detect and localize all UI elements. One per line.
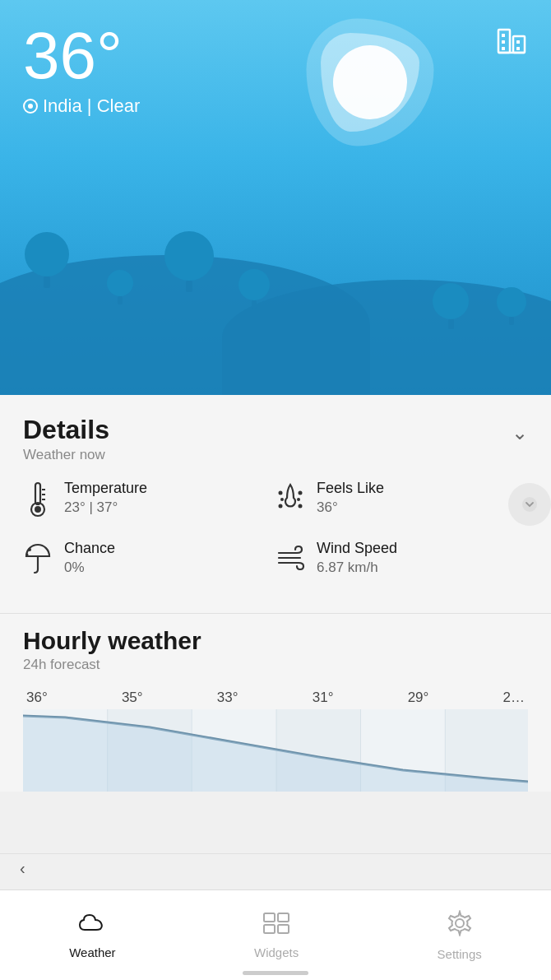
svg-point-18 <box>297 498 300 501</box>
svg-rect-5 <box>516 40 520 44</box>
hourly-temp-5: 2… <box>503 690 525 706</box>
hourly-section: Hourly weather 24h forecast 36° 35° 33° … <box>0 613 551 792</box>
widgets-icon <box>262 912 290 941</box>
temperature-value: 36° <box>23 23 140 89</box>
detail-temperature: Temperature 23° | 37° <box>23 480 276 523</box>
wind-detail-text: Wind Speed 6.87 km/h <box>317 540 397 576</box>
details-subtitle: Weather now <box>23 447 109 463</box>
hourly-temp-1: 35° <box>122 690 143 706</box>
svg-rect-35 <box>264 913 275 922</box>
weather-nav-label: Weather <box>69 945 115 959</box>
umbrella-icon <box>23 541 53 580</box>
hourly-chart <box>23 709 528 792</box>
location-text: India | Clear <box>43 95 140 117</box>
chevron-down-icon[interactable]: ⌄ <box>512 421 528 444</box>
svg-rect-8 <box>35 483 40 504</box>
svg-rect-7 <box>516 47 520 50</box>
tree-3 <box>164 231 214 292</box>
details-title: Details <box>23 415 109 445</box>
hourly-temp-2: 33° <box>217 690 238 706</box>
chance-label: Chance <box>64 540 115 557</box>
feels-like-value: 36° <box>317 499 384 516</box>
location-display: India | Clear <box>23 95 140 117</box>
tree-6 <box>497 287 526 325</box>
svg-rect-3 <box>502 34 505 37</box>
thermometer-icon <box>23 481 53 523</box>
details-header: Details Weather now ⌄ <box>23 415 528 463</box>
temperature-display: 36° India | Clear <box>23 23 140 117</box>
nav-back-area: ‹ <box>0 853 551 883</box>
hourly-temp-0: 36° <box>26 690 48 706</box>
tree-1 <box>25 232 69 288</box>
details-section: Details Weather now ⌄ Temperature 23° | … <box>0 395 551 613</box>
svg-rect-37 <box>264 925 275 933</box>
bottom-handle <box>243 971 308 975</box>
svg-point-17 <box>299 491 303 495</box>
hourly-temp-3: 31° <box>313 690 334 706</box>
bottom-nav: Weather Widgets Settings <box>0 889 551 980</box>
wind-label: Wind Speed <box>317 540 397 557</box>
tree-4 <box>238 269 270 309</box>
svg-point-10 <box>35 506 41 513</box>
svg-point-16 <box>279 504 283 509</box>
svg-point-24 <box>522 497 537 512</box>
svg-point-14 <box>279 491 283 495</box>
detail-feels-like: Feels Like 36° <box>276 480 528 523</box>
scroll-button[interactable] <box>508 483 551 526</box>
hills-decoration <box>0 230 551 395</box>
svg-rect-36 <box>278 913 289 922</box>
hourly-subtitle: 24h forecast <box>23 657 528 673</box>
building-icon <box>495 23 528 63</box>
cloud-icon <box>78 912 106 941</box>
nav-weather[interactable]: Weather <box>53 905 132 966</box>
nav-widgets[interactable]: Widgets <box>238 905 315 966</box>
temperature-detail-value: 23° | 37° <box>64 499 147 516</box>
nav-settings[interactable]: Settings <box>421 903 498 968</box>
chance-value: 0% <box>64 560 115 576</box>
svg-rect-6 <box>502 47 505 50</box>
svg-rect-38 <box>278 925 289 933</box>
svg-rect-4 <box>502 40 505 44</box>
svg-point-22 <box>26 554 29 556</box>
sun-icon <box>304 16 436 148</box>
wind-value: 6.87 km/h <box>317 560 397 576</box>
feels-like-detail-text: Feels Like 36° <box>317 480 384 516</box>
gear-icon <box>447 910 473 942</box>
hero-section: 36° India | Clear <box>0 0 551 395</box>
location-icon <box>23 99 38 114</box>
temperature-detail-text: Temperature 23° | 37° <box>64 480 147 516</box>
tree-2 <box>107 270 133 304</box>
details-title-group: Details Weather now <box>23 415 109 463</box>
detail-chance: Chance 0% <box>23 540 276 580</box>
svg-point-21 <box>28 548 31 551</box>
feels-like-label: Feels Like <box>317 480 384 497</box>
back-arrow-icon[interactable]: ‹ <box>20 859 25 878</box>
widgets-nav-label: Widgets <box>254 945 299 959</box>
details-grid: Temperature 23° | 37° Feels Like 36° <box>23 480 528 580</box>
hourly-temp-4: 29° <box>408 690 429 706</box>
detail-wind: Wind Speed 6.87 km/h <box>276 540 528 580</box>
feels-like-icon <box>276 481 305 523</box>
svg-point-39 <box>456 919 464 927</box>
temperature-label: Temperature <box>64 480 147 497</box>
chance-detail-text: Chance 0% <box>64 540 115 576</box>
tree-5 <box>433 283 469 329</box>
wind-icon <box>276 541 305 580</box>
svg-point-19 <box>299 504 303 509</box>
svg-point-15 <box>280 498 284 501</box>
settings-nav-label: Settings <box>438 947 482 961</box>
hourly-title: Hourly weather <box>23 627 528 655</box>
hourly-temp-labels: 36° 35° 33° 31° 29° 2… <box>23 690 528 706</box>
